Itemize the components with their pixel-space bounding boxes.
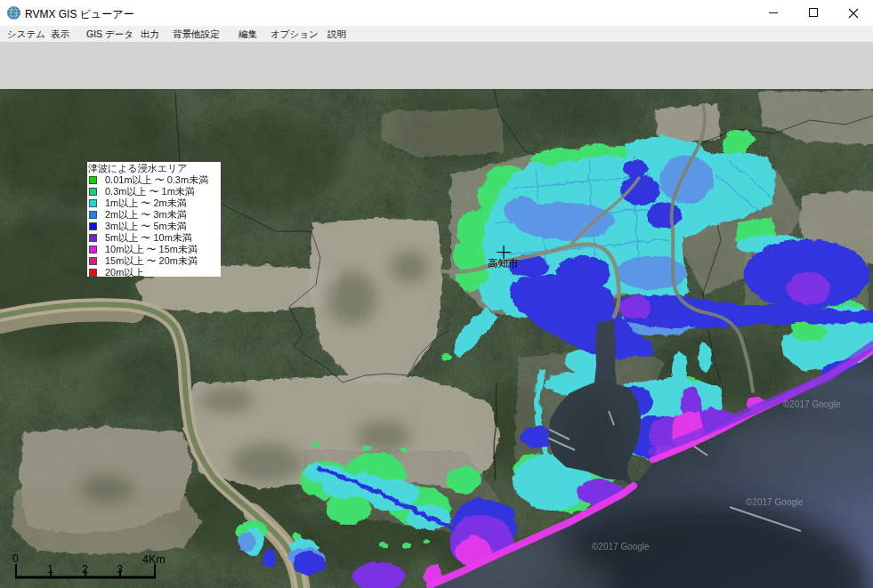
svg-text:2: 2: [82, 563, 88, 576]
svg-text:4Km: 4Km: [142, 553, 166, 566]
svg-text:1: 1: [47, 563, 53, 576]
svg-text:3: 3: [117, 563, 123, 576]
svg-text:©2017 Google: ©2017 Google: [783, 399, 841, 409]
svg-text:高知市: 高知市: [488, 258, 519, 269]
svg-text:©2017 Google: ©2017 Google: [746, 497, 804, 507]
svg-text:0: 0: [12, 552, 19, 565]
svg-text:©2017 Google: ©2017 Google: [592, 542, 650, 552]
